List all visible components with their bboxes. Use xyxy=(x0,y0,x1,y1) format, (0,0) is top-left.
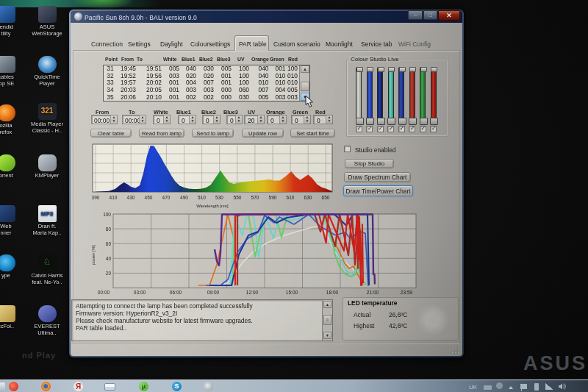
svg-text:09:00: 09:00 xyxy=(207,290,220,295)
svg-text:03:00: 03:00 xyxy=(134,290,146,295)
svg-text:590: 590 xyxy=(269,195,277,200)
svg-text:15:00: 15:00 xyxy=(286,290,298,295)
svg-text:20: 20 xyxy=(106,271,112,276)
svg-text:570: 570 xyxy=(251,195,259,200)
svg-text:00:00: 00:00 xyxy=(98,290,110,295)
svg-text:100: 100 xyxy=(103,212,111,217)
svg-text:21:00: 21:00 xyxy=(367,290,379,295)
svg-text:80: 80 xyxy=(106,227,112,232)
svg-text:510: 510 xyxy=(198,195,206,200)
svg-text:12:00: 12:00 xyxy=(246,290,259,295)
svg-text:power [%]: power [%] xyxy=(91,245,96,265)
svg-text:410: 410 xyxy=(110,195,118,200)
svg-text:Wavelength [nm]: Wavelength [nm] xyxy=(196,204,229,208)
svg-text:23:59: 23:59 xyxy=(401,290,413,295)
svg-text:06:00: 06:00 xyxy=(170,290,182,295)
svg-text:60: 60 xyxy=(106,241,112,246)
svg-text:610: 610 xyxy=(287,195,295,200)
svg-text:18:00: 18:00 xyxy=(326,290,339,295)
svg-text:550: 550 xyxy=(234,195,242,200)
svg-text:650: 650 xyxy=(322,195,330,200)
svg-text:430: 430 xyxy=(127,195,135,200)
svg-text:470: 470 xyxy=(162,195,171,200)
svg-text:390: 390 xyxy=(92,195,100,200)
svg-text:450: 450 xyxy=(145,195,153,200)
svg-text:40: 40 xyxy=(106,256,112,261)
svg-text:630: 630 xyxy=(304,195,312,200)
svg-text:530: 530 xyxy=(215,195,223,200)
svg-text:490: 490 xyxy=(180,195,188,200)
